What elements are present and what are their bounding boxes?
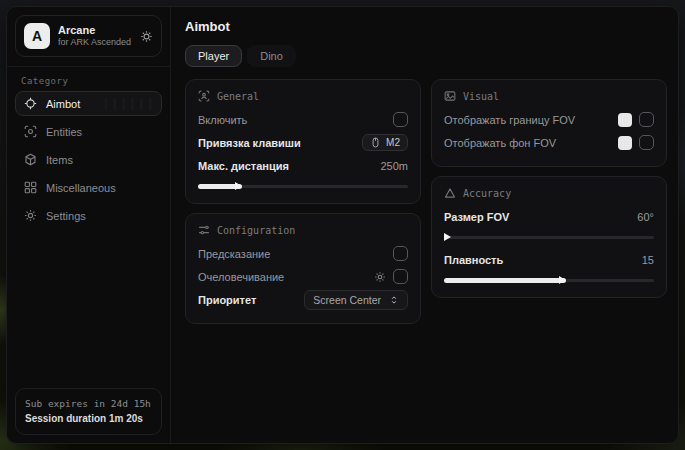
panel-title: General [217,91,259,102]
tab-player[interactable]: Player [185,45,242,67]
box-icon [24,153,37,166]
panel-visual: Visual Отображать границу FOV Отображать… [431,79,667,167]
priority-value: Screen Center [313,294,381,306]
tab-dino[interactable]: Dino [247,45,296,67]
panel-configuration: Configuration Предсказание Очеловечивани… [185,213,421,324]
session-duration-text: Session duration 1m 20s [25,411,152,426]
gear-icon[interactable] [140,30,153,43]
sidebar-item-label: Settings [46,210,86,222]
slider-thumb[interactable] [559,276,566,284]
setting-label: Размер FOV [444,211,509,223]
main-content: Aimbot Player Dino General [171,7,679,443]
humanization-checkbox[interactable] [393,269,408,284]
setting-row-humanization: Очеловечивание [198,265,408,288]
sidebar-item-label: Miscellaneous [46,182,116,194]
setting-label: Отображать границу FOV [444,114,575,126]
setting-label: Очеловечивание [198,271,284,283]
gear-icon[interactable] [374,271,386,283]
smoothness-slider[interactable] [444,275,654,285]
fov-bg-checkbox[interactable] [639,135,654,150]
enable-checkbox[interactable] [393,112,408,127]
mouse-icon [370,137,381,148]
app-window: A Arcane for ARK Ascended Category [6,6,679,444]
brand-card: A Arcane for ARK Ascended [15,15,162,57]
sidebar-item-aimbot[interactable]: Aimbot |||||| [15,91,162,116]
setting-row-distance: Макс. дистанция 250m [198,154,408,177]
panel-title: Visual [463,91,499,102]
smoothness-value: 15 [642,254,654,266]
scan-icon [24,125,37,138]
panel-general: General Включить Привязка клавиши [185,79,421,204]
slider-thumb[interactable] [235,182,242,190]
setting-label: Включить [198,114,247,126]
sidebar: A Arcane for ARK Ascended Category [7,7,171,443]
sidebar-item-items[interactable]: Items [15,147,162,172]
fov-bg-color-swatch[interactable] [618,136,632,150]
sidebar-item-label: Entities [46,126,82,138]
sidebar-item-entities[interactable]: Entities [15,119,162,144]
app-subtitle: for ARK Ascended [58,37,132,48]
sidebar-nav: Aimbot |||||| Entities Items [15,91,162,228]
panel-title: Accuracy [463,188,511,199]
app-logo: A [24,23,50,49]
distance-slider[interactable] [198,181,408,191]
chevron-up-down-icon [389,295,399,305]
setting-row-keybind: Привязка клавиши M2 [198,131,408,154]
tab-bar: Player Dino [185,45,667,67]
setting-row-fov-border: Отображать границу FOV [444,108,654,131]
keybind-button[interactable]: M2 [362,134,408,151]
category-label: Category [21,76,156,86]
panel-title: Configuration [217,225,295,236]
setting-label: Отображать фон FOV [444,137,556,149]
scan-user-icon [198,90,210,102]
sliders-icon [198,224,210,236]
setting-label: Предсказание [198,248,270,260]
distance-value: 250m [380,160,408,172]
panel-accuracy: Accuracy Размер FOV 60° Плавность 15 [431,176,667,298]
slider-thumb[interactable] [444,233,451,241]
sidebar-item-label: Items [46,154,73,166]
triangle-icon [444,187,456,199]
nav-ghost-decoration: |||||| [102,96,155,111]
subscription-info: Sub expires in 24d 15h Session duration … [15,388,162,435]
setting-label: Привязка клавиши [198,137,301,149]
prediction-checkbox[interactable] [393,246,408,261]
fov-size-slider[interactable] [444,232,654,242]
page-title: Aimbot [185,19,667,34]
setting-row-priority: Приоритет Screen Center [198,288,408,311]
crosshair-icon [24,97,37,110]
divider [7,66,170,67]
setting-row-enable: Включить [198,108,408,131]
sidebar-item-label: Aimbot [46,98,80,110]
setting-row-prediction: Предсказание [198,242,408,265]
keybind-value: M2 [386,137,400,148]
setting-label: Плавность [444,254,503,266]
setting-row-smoothness: Плавность 15 [444,248,654,271]
priority-dropdown[interactable]: Screen Center [304,290,408,310]
sub-expires-text: Sub expires in 24d 15h [25,397,152,411]
sidebar-item-settings[interactable]: Settings [15,203,162,228]
sidebar-item-miscellaneous[interactable]: Miscellaneous [15,175,162,200]
fov-size-value: 60° [637,211,654,223]
fov-border-color-swatch[interactable] [618,113,632,127]
setting-row-fov-bg: Отображать фон FOV [444,131,654,154]
gear-icon [24,209,37,222]
setting-label: Приоритет [198,294,256,306]
setting-row-fov-size: Размер FOV 60° [444,205,654,228]
fov-border-checkbox[interactable] [639,112,654,127]
grid-icon [24,181,37,194]
app-title: Arcane [58,24,132,38]
setting-label: Макс. дистанция [198,160,289,172]
image-icon [444,90,456,102]
